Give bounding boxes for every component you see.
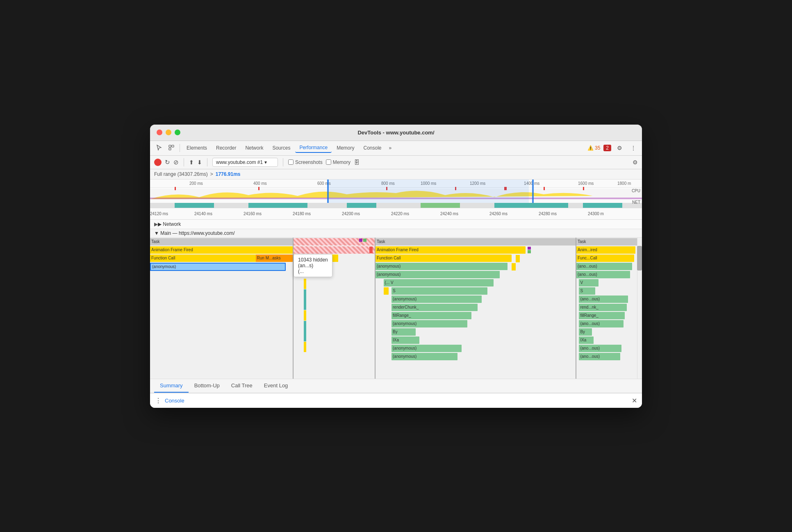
title-bar: DevTools - www.youtube.com/ (150, 125, 642, 141)
tab-summary[interactable]: Summary (154, 379, 189, 393)
timeline-overview[interactable]: 200 ms 400 ms 600 ms 800 ms 1000 ms 1200… (150, 180, 642, 208)
clear-button[interactable]: ⊘ (173, 159, 179, 166)
tab-element-picker[interactable] (166, 143, 177, 154)
detail-tick-7: 24260 ms (489, 211, 508, 216)
fr-row-anon1: (ano...ous) (576, 262, 642, 271)
minimize-button[interactable] (166, 130, 171, 135)
fr-func[interactable]: Func...Call (576, 255, 634, 262)
sep3 (283, 158, 283, 166)
tab-recorder[interactable]: Recorder (212, 143, 240, 152)
r1-ixa[interactable]: IXa (391, 336, 419, 344)
memory-checkbox-label[interactable]: Memory (326, 159, 350, 165)
task-block-1[interactable]: Task (150, 238, 293, 246)
run-microtasks-block[interactable]: Run M...asks (256, 255, 293, 262)
r1-row-anon6: (anonymous) (376, 352, 576, 361)
fr-anim[interactable]: Anim...ired (576, 246, 635, 254)
tab-sources[interactable]: Sources (268, 143, 294, 152)
r1-function-call[interactable]: Function Call (376, 255, 512, 262)
tab-network[interactable]: Network (241, 143, 267, 152)
settings-icon[interactable]: ⚙ (614, 144, 625, 152)
r1-anon5[interactable]: (anonymous) (391, 345, 462, 352)
console-dots[interactable]: ⋮ (155, 397, 162, 405)
url-selector[interactable]: www.youtube.com #1 ▾ (212, 158, 278, 167)
tab-cursor[interactable] (153, 143, 165, 154)
console-bar: ⋮ Console ✕ (150, 393, 642, 408)
tab-call-tree[interactable]: Call Tree (225, 379, 258, 393)
record-button[interactable] (154, 159, 162, 166)
more-tabs-button[interactable]: » (387, 143, 394, 152)
fr-anon3[interactable]: (ano...ous) (579, 296, 628, 303)
storage-button[interactable]: 🗄 (354, 159, 360, 166)
tab-console[interactable]: Console (359, 143, 385, 152)
row-empty-9 (150, 337, 293, 345)
warning-icon: ⚠️ (587, 145, 594, 151)
fr-task[interactable]: Task (576, 238, 642, 246)
r1-anon3[interactable]: (anonymous) (391, 296, 482, 303)
r1-task[interactable]: Task (376, 238, 576, 246)
r1-anon2[interactable]: (anonymous) (376, 271, 500, 278)
purple-marker (359, 239, 362, 242)
fr-row-anon3: (ano...ous) (576, 295, 642, 303)
screenshots-checkbox-label[interactable]: Screenshots (288, 159, 323, 165)
r1-by[interactable]: By (391, 328, 416, 336)
fr-anon4[interactable]: (ano...ous) (579, 320, 624, 327)
r1-fillrange[interactable]: fillRange_ (391, 312, 471, 319)
fr-row-anon6: (ano...ous) (576, 352, 642, 361)
color-stack (304, 279, 306, 352)
r1-anon6[interactable]: (anonymous) (391, 353, 457, 360)
r1-row-anon1: (anonymous) (376, 262, 576, 271)
fr-ixa[interactable]: IXa (579, 336, 593, 344)
scrollbar-track[interactable] (637, 238, 642, 379)
flame-chart-wrapper[interactable]: Task Animation Frame Fired Function Call… (150, 238, 642, 379)
fr-s[interactable]: S (579, 287, 595, 295)
r1-anon4[interactable]: (anonymous) (391, 320, 467, 327)
cs-yellow-2 (304, 310, 306, 321)
r1-s-block[interactable]: S (391, 287, 487, 295)
r1-v-block[interactable]: (... V (384, 279, 494, 286)
animation-frame-block[interactable]: Animation Frame Fired (150, 246, 293, 254)
memory-checkbox[interactable] (326, 159, 331, 165)
r1-anon1[interactable]: (anonymous) (376, 263, 508, 270)
close-button[interactable] (157, 130, 162, 135)
console-label[interactable]: Console (165, 398, 184, 404)
fr-row-fill: fillRange_ (576, 311, 642, 320)
console-close-button[interactable]: ✕ (632, 397, 637, 405)
fr-anon2[interactable]: (ano...ous) (576, 271, 630, 278)
row-empty-8 (150, 329, 293, 337)
r1-row-anim: Animation Frame Fired (376, 246, 576, 254)
tab-performance[interactable]: Performance (295, 143, 332, 153)
fr-anon5[interactable]: (ano...ous) (579, 345, 621, 352)
window-title: DevTools - www.youtube.com/ (357, 130, 434, 136)
window-controls (157, 130, 180, 135)
perf-settings-icon[interactable]: ⚙ (633, 159, 638, 166)
net-label: NET (632, 200, 640, 205)
r1-s-yellow (384, 287, 389, 295)
anonymous-block[interactable]: (anonymous) (150, 263, 286, 271)
tab-event-log[interactable]: Event Log (258, 379, 294, 393)
fr-by[interactable]: By (579, 328, 592, 336)
tab-elements[interactable]: Elements (182, 143, 211, 152)
maximize-button[interactable] (175, 130, 180, 135)
flame-sections: Task Animation Frame Fired Function Call… (150, 238, 642, 379)
tab-bottom-up[interactable]: Bottom-Up (189, 379, 225, 393)
fr-v[interactable]: V (579, 279, 599, 286)
network-row[interactable]: ▶ ▶ Network (150, 220, 642, 229)
fr-anon6[interactable]: (ano...ous) (579, 353, 620, 360)
row-animation: Animation Frame Fired (150, 246, 293, 254)
more-options-icon[interactable]: ⋮ (628, 144, 639, 152)
tooltip: 10343 hidden (an...s) (... (294, 254, 332, 277)
tab-memory[interactable]: Memory (332, 143, 358, 152)
scrollbar-thumb[interactable] (637, 246, 642, 271)
reload-button[interactable]: ↻ (165, 159, 170, 166)
r1-row-func: Function Call (376, 254, 576, 262)
r1-animation[interactable]: Animation Frame Fired (376, 246, 526, 254)
upload-button[interactable]: ⬆ (189, 159, 194, 166)
net-segment-6 (583, 203, 622, 208)
fr-anon1[interactable]: (ano...ous) (576, 263, 632, 270)
row-empty-4 (150, 296, 293, 304)
download-button[interactable]: ⬇ (197, 159, 202, 166)
fr-rend[interactable]: rend...nk_ (579, 304, 627, 311)
r1-renderchunk[interactable]: renderChunk_ (391, 304, 478, 311)
fr-fill[interactable]: fillRange_ (579, 312, 625, 319)
screenshots-checkbox[interactable] (288, 159, 294, 165)
